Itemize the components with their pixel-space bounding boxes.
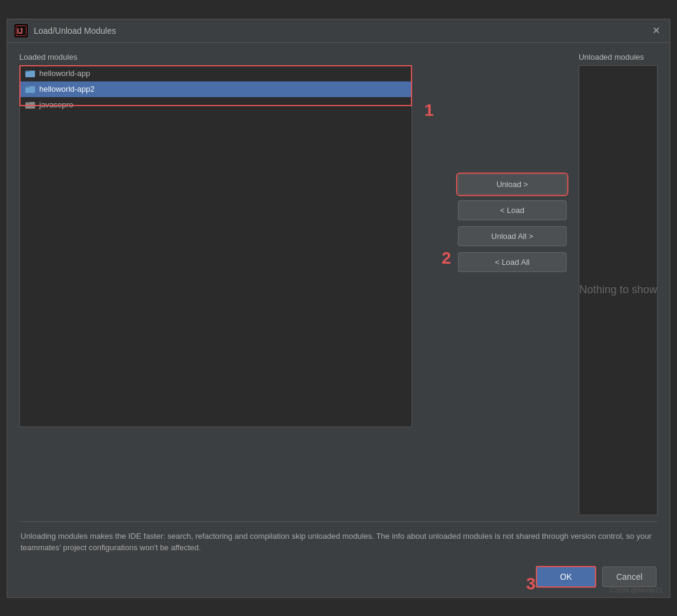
svg-rect-6 bbox=[25, 72, 35, 77]
module-name: javasepro bbox=[39, 100, 73, 109]
loaded-modules-list[interactable]: helloworld-app helloworld-app2 bbox=[19, 65, 412, 427]
svg-text:IJ: IJ bbox=[17, 27, 23, 36]
title-bar: IJ Load/Unload Modules ✕ bbox=[7, 19, 670, 43]
list-item[interactable]: helloworld-app bbox=[20, 66, 412, 81]
empty-list-text: Nothing to show bbox=[579, 284, 657, 296]
left-panel: Loaded modules helloworld-app bbox=[19, 52, 412, 515]
cancel-button[interactable]: Cancel bbox=[602, 567, 656, 587]
panels-row: Loaded modules helloworld-app bbox=[19, 52, 658, 515]
unload-button[interactable]: Unload > bbox=[458, 174, 567, 194]
right-with-annotation: Unloaded modules Nothing to show bbox=[579, 52, 658, 515]
folder-icon bbox=[25, 68, 36, 79]
list-item[interactable]: helloworld-app2 bbox=[20, 81, 412, 97]
close-button[interactable]: ✕ bbox=[650, 25, 663, 37]
load-all-button[interactable]: < Load All bbox=[458, 252, 567, 272]
folder-icon bbox=[25, 100, 36, 110]
intellij-icon: IJ bbox=[14, 24, 28, 37]
annotation-1: 1 bbox=[412, 101, 446, 120]
right-panel: Unloaded modules Nothing to show bbox=[579, 52, 658, 515]
unloaded-modules-label: Unloaded modules bbox=[579, 52, 658, 62]
info-text: Unloading modules makes the IDE faster: … bbox=[21, 532, 652, 553]
unloaded-modules-list[interactable]: Nothing to show bbox=[579, 65, 658, 515]
content-area: Loaded modules helloworld-app bbox=[7, 43, 670, 597]
module-name: helloworld-app2 bbox=[39, 84, 95, 94]
dialog-title: Load/Unload Modules bbox=[34, 26, 644, 36]
unload-all-button[interactable]: Unload All > bbox=[458, 226, 567, 246]
loaded-list-wrapper: helloworld-app helloworld-app2 bbox=[19, 65, 412, 427]
list-item[interactable]: javasepro bbox=[20, 97, 412, 113]
loaded-modules-label: Loaded modules bbox=[19, 52, 412, 62]
annotation-3: 3 bbox=[526, 574, 536, 594]
annotation-2: 2 bbox=[442, 249, 451, 268]
info-section: Unloading modules makes the IDE faster: … bbox=[19, 521, 658, 560]
middle-panel: Unload > < Load Unload All > < Load All bbox=[446, 52, 579, 515]
svg-rect-12 bbox=[25, 103, 35, 109]
module-name: helloworld-app bbox=[39, 69, 91, 78]
load-unload-dialog: IJ Load/Unload Modules ✕ Loaded modules bbox=[7, 19, 670, 598]
ok-button[interactable]: OK bbox=[536, 566, 596, 588]
svg-rect-9 bbox=[25, 87, 35, 93]
load-button[interactable]: < Load bbox=[458, 200, 567, 220]
folder-icon bbox=[25, 84, 36, 95]
watermark: CSDN @Monly21 bbox=[610, 586, 663, 594]
footer-row: OK Cancel bbox=[19, 560, 658, 590]
